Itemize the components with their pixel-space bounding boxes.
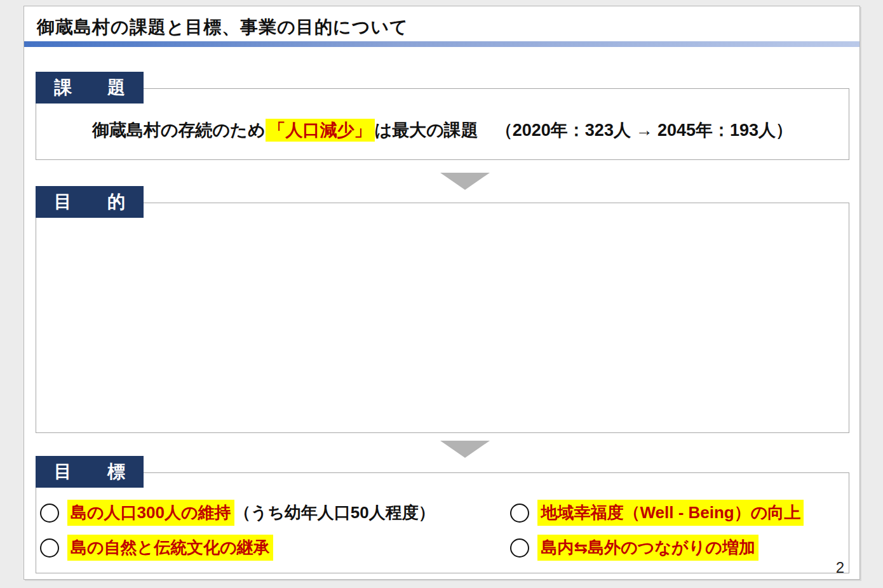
slide-title: 御蔵島村の課題と目標、事業の目的について xyxy=(37,15,408,39)
kadai-text-pre: 御蔵島村の存続のため xyxy=(92,121,266,140)
kadai-text-highlight: 「人口減少」 xyxy=(266,119,375,142)
goal-highlight: 地域幸福度（Well - Being）の向上 xyxy=(537,500,804,526)
section-box-mokuteki xyxy=(36,203,849,433)
goal-item-population: 島の人口300人の維持（うち幼年人口50人程度） xyxy=(40,495,510,530)
goal-item-wellbeing: 地域幸福度（Well - Being）の向上 xyxy=(510,495,837,530)
section-header-mokuteki: 目 的 xyxy=(36,186,144,218)
goal-list: 島の人口300人の維持（うち幼年人口50人程度） 地域幸福度（Well - Be… xyxy=(40,495,837,565)
goal-item-nature-culture: 島の自然と伝統文化の継承 xyxy=(40,530,510,565)
goal-highlight: 島内⇆島外のつながりの増加 xyxy=(537,535,758,561)
title-underline-rule xyxy=(24,41,859,47)
circle-bullet-icon xyxy=(40,504,59,523)
down-arrow-icon xyxy=(440,441,490,458)
page-number: 2 xyxy=(836,559,844,577)
section-box-kadai: 御蔵島村の存続のため「人口減少」は最大の課題 （2020年：323人 → 204… xyxy=(36,88,849,160)
slide: 御蔵島村の課題と目標、事業の目的について 課 題 御蔵島村の存続のため「人口減少… xyxy=(24,6,860,580)
down-arrow-icon xyxy=(440,173,490,190)
goal-highlight: 島の人口300人の維持 xyxy=(67,500,234,526)
section-header-mokuhyo: 目 標 xyxy=(36,456,144,488)
goal-post: （うち幼年人口50人程度） xyxy=(234,502,435,524)
section-header-kadai: 課 題 xyxy=(36,72,144,104)
circle-bullet-icon xyxy=(40,538,59,558)
circle-bullet-icon xyxy=(510,538,529,558)
circle-bullet-icon xyxy=(510,504,529,523)
goal-item-connections: 島内⇆島外のつながりの増加 xyxy=(510,530,837,565)
kadai-statement: 御蔵島村の存続のため「人口減少」は最大の課題 （2020年：323人 → 204… xyxy=(92,107,793,142)
goal-highlight: 島の自然と伝統文化の継承 xyxy=(67,535,273,561)
kadai-text-post: は最大の課題 （2020年：323人 → 2045年：193人） xyxy=(375,121,793,140)
page-background: 御蔵島村の課題と目標、事業の目的について 課 題 御蔵島村の存続のため「人口減少… xyxy=(0,0,883,588)
